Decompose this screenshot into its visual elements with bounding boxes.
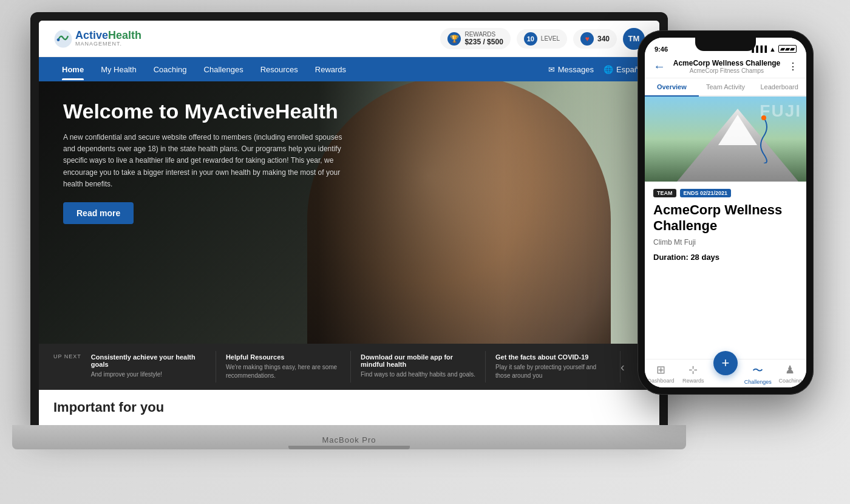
hero: Welcome to MyActiveHealth A new confiden…: [39, 81, 659, 344]
battery-icon: ▰▰▰: [778, 45, 797, 53]
nav-rewards[interactable]: ⊹ Rewards: [677, 363, 709, 385]
app-bottom-nav: ⊞ Dashboard ⊹ Rewards + 〜 Challenges ♟: [645, 359, 806, 387]
team-tag: TEAM: [653, 189, 676, 197]
level-label: LEVEL: [541, 35, 560, 42]
nav-coaching[interactable]: Coaching: [145, 59, 195, 80]
read-more-button[interactable]: Read more: [63, 202, 134, 224]
points-badge[interactable]: ♥ 340: [573, 29, 617, 49]
rewards-value: $235 / $500: [464, 38, 503, 46]
nav-home[interactable]: Home: [53, 59, 92, 80]
tab-overview[interactable]: Overview: [645, 78, 699, 97]
logo-active: Active: [75, 30, 108, 42]
card-desc-3: Play it safe by protecting yourself and …: [495, 363, 610, 380]
dashboard-label: Dashboard: [648, 378, 675, 384]
nav-resources[interactable]: Resources: [252, 59, 307, 80]
hero-description: A new confidential and secure website of…: [63, 132, 355, 190]
fab-button[interactable]: +: [713, 351, 738, 375]
logo-text: Active Health MANAGEMENT.: [75, 30, 141, 48]
dashboard-icon: ⊞: [656, 363, 665, 376]
chevron-left-icon: ‹: [620, 360, 625, 374]
iphone-screen: 9:46 ▐▐▐▐ ▲ ▰▰▰ ← AcmeCorp Wellness Chal…: [645, 38, 806, 387]
macbook-screen: Active Health MANAGEMENT. 🏆: [39, 21, 659, 425]
header-right: 🏆 REWARDS $235 / $500 10 LEVEL: [440, 28, 645, 50]
more-options-button[interactable]: ⋮: [788, 61, 798, 72]
card-title-2: Download our mobile app for mindful heal…: [361, 353, 475, 368]
nav-rewards[interactable]: Rewards: [307, 59, 355, 80]
iphone: 9:46 ▐▐▐▐ ▲ ▰▰▰ ← AcmeCorp Wellness Chal…: [638, 30, 814, 395]
status-icons: ▐▐▐▐ ▲ ▰▰▰: [750, 45, 797, 53]
points-value: 340: [597, 35, 610, 43]
rewards-label: REWARDS: [464, 31, 503, 38]
hero-title: Welcome to MyActiveHealth: [63, 100, 355, 123]
scene: Active Health MANAGEMENT. 🏆: [0, 0, 850, 504]
macbook-label: MacBook Pro: [322, 435, 376, 444]
globe-icon: 🌐: [604, 65, 613, 74]
card-desc-1: We're making things easy, here are some …: [226, 363, 341, 380]
trophy-icon: 🏆: [447, 32, 461, 46]
rewards-nav-label: Rewards: [682, 378, 704, 384]
heart-icon: ♥: [580, 32, 594, 46]
bottom-title: Important for you: [53, 400, 645, 415]
up-next-label: UP NEXT: [53, 351, 81, 359]
card-item-0[interactable]: Consistently achieve your health goals A…: [91, 351, 216, 383]
card-item-2[interactable]: Download our mobile app for mindful heal…: [351, 351, 486, 383]
challenge-tags: TEAM ENDS 02/21/2021: [653, 189, 798, 197]
website: Active Health MANAGEMENT. 🏆: [39, 21, 659, 425]
challenge-figure: [752, 115, 776, 163]
app-header: ← AcmeCorp Wellness Challenge AcmeCorp F…: [645, 55, 806, 78]
tab-team-activity[interactable]: Team Activity: [699, 78, 753, 97]
tab-leaderboard[interactable]: Leaderboard: [752, 78, 806, 97]
bottom-section: Important for you: [39, 390, 659, 425]
ends-tag: ENDS 02/21/2021: [680, 189, 732, 197]
macbook-base: MacBook Pro: [12, 425, 686, 449]
challenge-subtitle: Climb Mt Fuji: [653, 238, 798, 247]
challenge-duration: Duration: 28 days: [653, 253, 798, 262]
level-icon: 10: [524, 32, 537, 46]
challenge-content: TEAM ENDS 02/21/2021 AcmeCorp Wellness C…: [645, 182, 806, 359]
challenges-icon: 〜: [752, 363, 763, 378]
nav-challenges[interactable]: Challenges: [195, 59, 252, 80]
challenge-title: AcmeCorp Wellness Challenge: [653, 202, 798, 234]
svg-point-2: [761, 115, 766, 120]
nav-links: Home My Health Coaching Challenges Resou…: [53, 59, 355, 80]
site-header: Active Health MANAGEMENT. 🏆: [39, 21, 659, 57]
card-title-1: Helpful Resources: [226, 353, 341, 361]
nav-myhealth[interactable]: My Health: [92, 59, 145, 80]
card-desc-0: And improve your lifestyle!: [91, 370, 206, 379]
level-badge[interactable]: 10 LEVEL: [517, 29, 567, 49]
cards-row: Consistently achieve your health goals A…: [91, 351, 645, 383]
nav-coaching[interactable]: ♟ Coaching: [774, 363, 806, 385]
cards-strip: UP NEXT Consistently achieve your health…: [39, 344, 659, 390]
svg-point-1: [57, 38, 60, 41]
card-title-0: Consistently achieve your health goals: [91, 353, 206, 368]
logo-icon: [53, 29, 73, 49]
app-title: AcmeCorp Wellness Challenge: [673, 59, 781, 67]
macbook-body: Active Health MANAGEMENT. 🏆: [30, 12, 668, 425]
card-item-3[interactable]: Get the facts about COVID-19 Play it saf…: [486, 351, 620, 383]
messages-link[interactable]: ✉ Messages: [548, 65, 594, 74]
card-title-3: Get the facts about COVID-19: [495, 353, 610, 361]
nav-challenges[interactable]: 〜 Challenges: [742, 363, 774, 385]
nav-right: ✉ Messages 🌐 Español: [548, 65, 645, 74]
card-item-1[interactable]: Helpful Resources We're making things ea…: [216, 351, 351, 383]
status-time: 9:46: [654, 46, 668, 53]
hero-content: Welcome to MyActiveHealth A new confiden…: [39, 81, 379, 242]
rewards-text: REWARDS $235 / $500: [464, 31, 503, 46]
rewards-nav-icon: ⊹: [688, 363, 698, 376]
back-button[interactable]: ←: [653, 60, 665, 73]
messages-label: Messages: [558, 65, 594, 74]
messages-icon: ✉: [548, 65, 555, 74]
nav-dashboard[interactable]: ⊞ Dashboard: [645, 363, 677, 385]
iphone-notch: [695, 38, 756, 51]
logo-mgmt: MANAGEMENT.: [75, 41, 141, 47]
rewards-badge[interactable]: 🏆 REWARDS $235 / $500: [440, 28, 510, 49]
wifi-icon: ▲: [769, 46, 776, 53]
fab-area: +: [709, 363, 741, 385]
coaching-label: Coaching: [778, 378, 801, 384]
logo-area: Active Health MANAGEMENT.: [53, 29, 141, 49]
macbook: Active Health MANAGEMENT. 🏆: [30, 12, 668, 449]
coaching-icon: ♟: [785, 363, 795, 376]
logo-health: Health: [108, 30, 141, 42]
site-nav: Home My Health Coaching Challenges Resou…: [39, 57, 659, 81]
challenge-image: FUJI: [645, 97, 806, 182]
